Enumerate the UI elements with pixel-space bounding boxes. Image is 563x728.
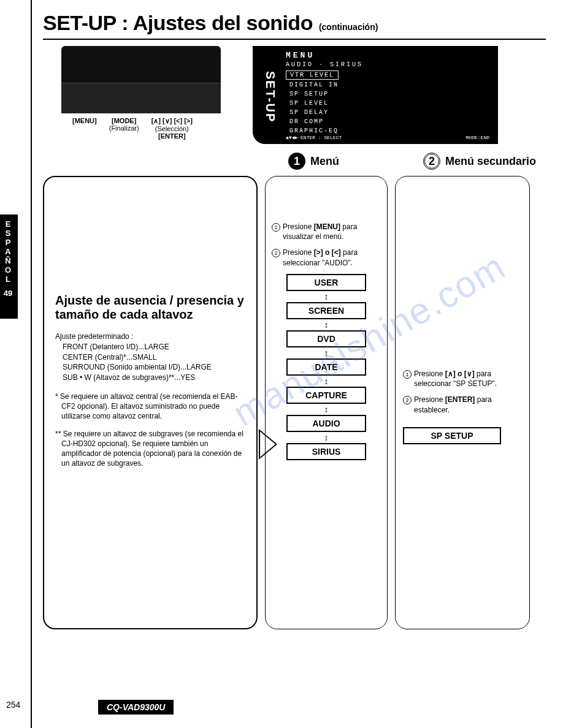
screen-menu-item: DR COMP (286, 118, 327, 126)
setup-tab: SET-UP (253, 46, 277, 144)
preset-line: SUB • W (Altavoz de subgraves)**...YES (63, 373, 245, 383)
menu-item-box: AUDIO (286, 415, 366, 432)
screen-menu-item: DIGITAL IN (286, 81, 342, 89)
page-title: SET-UP : Ajustes del sonido (43, 11, 313, 35)
menu-item-box: SIRIUS (286, 443, 366, 460)
screen-menu-item: SP SETUP (286, 90, 332, 98)
double-arrow-icon: ↕ (324, 405, 329, 414)
model-badge: CQ-VAD9300U (98, 700, 174, 715)
instruction-r2: 2Presione [ENTER] para establecer. (403, 395, 522, 414)
double-arrow-icon: ↕ (324, 349, 329, 357)
preset-line: SURROUND (Sonido ambiental I/D)...LARGE (63, 362, 245, 373)
left-panel: Ajuste de ausencia / presencia y tamaño … (43, 176, 258, 629)
title-divider (43, 39, 546, 40)
sp-setup-box: SP SETUP (403, 427, 501, 444)
double-arrow-icon: ↕ (324, 433, 329, 442)
left-heading: Ajuste de ausencia / presencia y tamaño … (55, 294, 245, 322)
instruction-1: 1Presione [MENU] para visualizar el menú… (272, 222, 381, 241)
device-photo (61, 46, 221, 113)
menu-item-box: DVD (286, 330, 366, 347)
menu-stack: USER↕SCREEN↕DVD↕DATE↕CAPTURE↕AUDIO↕SIRIU… (272, 274, 381, 460)
page-number: 254 (6, 700, 20, 710)
step-1-label: Menú (310, 155, 339, 168)
instruction-2: 2Presione [>] o [<] para seleccionar "AU… (272, 248, 381, 267)
screen-menu-item: SP DELAY (286, 108, 332, 116)
page-title-cont: (continuación) (319, 22, 378, 32)
double-arrow-icon: ↕ (324, 320, 329, 329)
footnote-2: ** Se requiere un altavoz de subgraves (… (55, 429, 245, 469)
menu-panel: 1Presione [MENU] para visualizar el menú… (265, 176, 388, 629)
language-tab: ESPAÑOL 49 (0, 214, 18, 319)
button-labels: [MENU] [MODE](Finalizar) [∧] [∨] [<] [>]… (72, 117, 245, 140)
submenu-panel: 1Presione [∧] o [∨] para seleccionar "SP… (395, 176, 530, 629)
preset-line: CENTER (Central)*...SMALL (63, 352, 245, 363)
menu-item-box: CAPTURE (286, 387, 366, 404)
step-2-badge: 2 (423, 153, 440, 170)
preset-line: FRONT (Delantero I/D)...LARGE (63, 342, 245, 352)
double-arrow-icon: ↕ (324, 377, 329, 385)
double-arrow-icon: ↕ (324, 292, 329, 301)
step-2-label: Menú secundario (445, 155, 536, 168)
menu-item-box: SCREEN (286, 302, 366, 319)
step-1-badge: 1 (288, 153, 305, 170)
screen-display: MENU AUDIO · SIRIUS VTR LEVELDIGITAL INS… (277, 46, 498, 144)
menu-item-box: DATE (286, 358, 366, 376)
screen-menu-item: GRAPHIC-EQ (286, 127, 342, 135)
preset-block: Ajuste predeterminado : FRONT (Delantero… (55, 332, 245, 383)
instruction-r1: 1Presione [∧] o [∨] para seleccionar "SP… (403, 369, 522, 389)
menu-item-box: USER (286, 274, 366, 291)
screen-menu-item: SP LEVEL (286, 99, 332, 107)
screen-menu-item: VTR LEVEL (286, 70, 339, 80)
footnote-1: * Se requiere un altavoz central (se rec… (55, 392, 245, 422)
